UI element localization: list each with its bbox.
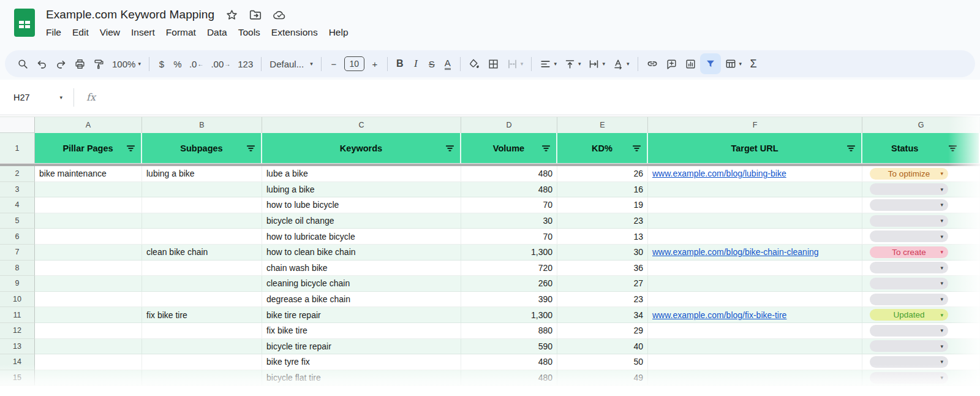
- column-header-b[interactable]: B: [142, 117, 262, 133]
- grid-cell[interactable]: [648, 354, 862, 370]
- grid-cell[interactable]: [648, 229, 862, 245]
- filter-button[interactable]: [700, 53, 721, 74]
- row-number[interactable]: 3: [0, 182, 35, 198]
- row-number[interactable]: 1: [0, 133, 35, 163]
- text-wrap-button[interactable]: ▾: [584, 54, 609, 74]
- grid-cell[interactable]: 19: [557, 197, 648, 213]
- target-url-link[interactable]: www.example.com/blog/bike-chain-cleaning: [652, 247, 819, 257]
- status-chip[interactable]: To create ▾: [870, 246, 948, 258]
- fill-color-button[interactable]: [465, 54, 484, 74]
- grid-cell[interactable]: [648, 182, 862, 198]
- grid-cell[interactable]: [648, 323, 862, 339]
- menu-extensions[interactable]: Extensions: [266, 26, 323, 39]
- status-chip[interactable]: ▾: [870, 356, 948, 368]
- header-status[interactable]: Status: [862, 133, 980, 163]
- grid-cell[interactable]: [142, 370, 262, 386]
- grid-cell[interactable]: [35, 339, 142, 355]
- decrease-font-size-button[interactable]: −: [326, 54, 342, 74]
- grid-cell[interactable]: fix bike tire: [262, 323, 461, 339]
- text-rotation-button[interactable]: ▾: [609, 54, 633, 74]
- grid-cell[interactable]: how to clean bike chain: [262, 245, 461, 261]
- grid-cell[interactable]: [142, 354, 262, 370]
- grid-cell[interactable]: ▾: [862, 370, 980, 386]
- target-url-link[interactable]: www.example.com/blog/lubing-bike: [652, 169, 786, 178]
- grid-cell[interactable]: 30: [557, 245, 648, 261]
- grid-cell[interactable]: ▾: [862, 197, 980, 213]
- row-number[interactable]: 15: [0, 370, 35, 386]
- grid-cell[interactable]: fix bike tire: [142, 307, 262, 323]
- column-header-g[interactable]: G: [862, 117, 980, 133]
- grid-cell[interactable]: 23: [557, 292, 648, 308]
- grid-cell[interactable]: [648, 276, 862, 292]
- row-number[interactable]: 4: [0, 197, 35, 213]
- grid-cell[interactable]: 16: [557, 182, 648, 198]
- grid-cell[interactable]: bicycle oil change: [262, 213, 461, 229]
- row-number[interactable]: 9: [0, 276, 35, 292]
- grid-cell[interactable]: 880: [461, 323, 557, 339]
- grid-cell[interactable]: ▾: [862, 292, 980, 308]
- vertical-align-button[interactable]: ▾: [560, 54, 585, 74]
- row-number[interactable]: 14: [0, 354, 35, 370]
- grid-cell[interactable]: [35, 354, 142, 370]
- strikethrough-button[interactable]: S: [424, 54, 440, 74]
- header-target-url[interactable]: Target URL: [648, 133, 862, 163]
- filter-icon[interactable]: [948, 144, 957, 154]
- grid-cell[interactable]: bicycle flat tire: [262, 370, 461, 386]
- grid-cell[interactable]: [142, 323, 262, 339]
- row-number[interactable]: 7: [0, 245, 35, 261]
- sheets-logo[interactable]: [14, 9, 35, 37]
- status-chip[interactable]: ▾: [870, 183, 948, 195]
- grid-cell[interactable]: [35, 292, 142, 308]
- increase-decimals-button[interactable]: .00 →: [207, 54, 234, 74]
- more-formats-button[interactable]: 123: [234, 54, 257, 74]
- status-chip[interactable]: ▾: [870, 294, 948, 305]
- grid-cell[interactable]: [35, 276, 142, 292]
- grid-cell[interactable]: chain wash bike: [262, 261, 461, 276]
- grid-cell[interactable]: [35, 245, 142, 261]
- grid-cell[interactable]: how to lube bicycle: [262, 197, 461, 213]
- grid-cell[interactable]: [142, 197, 262, 213]
- grid-cell[interactable]: bicycle tire repair: [262, 339, 461, 355]
- grid-cell[interactable]: 260: [461, 276, 557, 292]
- grid-cell[interactable]: 30: [461, 213, 557, 229]
- currency-button[interactable]: $: [154, 54, 170, 74]
- merge-cells-button[interactable]: ▾: [503, 54, 527, 74]
- status-chip[interactable]: ▾: [870, 325, 948, 337]
- paint-format-button[interactable]: [89, 54, 108, 74]
- header-keywords[interactable]: Keywords: [262, 133, 461, 163]
- grid-cell[interactable]: www.example.com/blog/fix-bike-tire: [648, 307, 862, 323]
- column-header-f[interactable]: F: [648, 117, 862, 133]
- zoom-select[interactable]: 100% ▾: [108, 54, 145, 74]
- grid-cell[interactable]: lube a bike: [262, 166, 461, 182]
- grid-cell[interactable]: 13: [557, 229, 648, 245]
- insert-chart-button[interactable]: [681, 54, 700, 74]
- grid-cell[interactable]: 590: [461, 339, 557, 355]
- filter-views-button[interactable]: ▾: [721, 54, 746, 74]
- menu-format[interactable]: Format: [160, 26, 202, 39]
- status-chip[interactable]: ▾: [870, 278, 948, 289]
- status-chip[interactable]: ▾: [870, 215, 948, 227]
- status-chip[interactable]: Updated ▾: [870, 309, 948, 321]
- grid-cell[interactable]: [648, 370, 862, 386]
- grid-cell[interactable]: [35, 182, 142, 198]
- status-chip[interactable]: ▾: [870, 340, 948, 352]
- row-number[interactable]: 11: [0, 307, 35, 323]
- grid-cell[interactable]: [35, 197, 142, 213]
- grid-cell[interactable]: degrease a bike chain: [262, 292, 461, 308]
- row-number[interactable]: 6: [0, 229, 35, 245]
- grid-cell[interactable]: cleaning bicycle chain: [262, 276, 461, 292]
- print-button[interactable]: [70, 54, 89, 74]
- grid-cell[interactable]: [142, 213, 262, 229]
- grid-cell[interactable]: ▾: [862, 276, 980, 292]
- grid-cell[interactable]: how to lubricate bicycle: [262, 229, 461, 245]
- row-number[interactable]: 13: [0, 339, 35, 355]
- header-volume[interactable]: Volume: [461, 133, 557, 163]
- header-kd[interactable]: KD%: [557, 133, 648, 163]
- grid-cell[interactable]: 36: [557, 261, 648, 276]
- column-header-d[interactable]: D: [461, 117, 557, 133]
- grid-cell[interactable]: 23: [557, 213, 648, 229]
- grid-cell[interactable]: [35, 307, 142, 323]
- filter-icon[interactable]: [541, 144, 551, 154]
- grid-cell[interactable]: ▾: [862, 339, 980, 355]
- grid-cell[interactable]: 480: [461, 182, 557, 198]
